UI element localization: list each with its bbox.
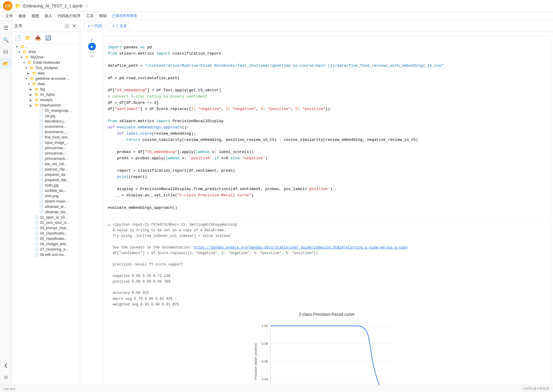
list-item[interactable]: 📄20_newsgroup... bbox=[12, 108, 80, 113]
sidebar-header: 文件 ⬜ ✕ bbox=[12, 20, 80, 32]
status-bar: edit and CSDN @小哥伯滨 bbox=[0, 385, 553, 392]
tree-item[interactable]: ▶📁zhaohuaxishi bbox=[12, 103, 80, 108]
menu-tools[interactable]: 工具 bbox=[84, 12, 96, 20]
list-item[interactable]: 📄07_clustering_a... bbox=[12, 247, 80, 252]
tree-item[interactable]: ▼📁drive bbox=[12, 49, 80, 55]
list-item[interactable]: 📄02_zero_shot_cl... bbox=[12, 220, 80, 225]
menu-file[interactable]: 文件 bbox=[3, 12, 15, 20]
notebook-cells-area: ✓ ▶ 4分 钟 import pandas as pd from sklear… bbox=[80, 32, 553, 385]
sidebar-title: 文件 bbox=[14, 23, 63, 29]
tree-item[interactable]: ▶📁data bbox=[12, 71, 80, 76]
nav-search-icon[interactable]: 🔍 bbox=[1, 34, 11, 45]
cell-body[interactable]: import pandas as pd from sklearn.metrics… bbox=[103, 36, 551, 385]
svg-text:1.00: 1.00 bbox=[262, 324, 268, 328]
doc-link[interactable]: https://pandas.pydata.org/pandas-docs/st… bbox=[194, 246, 408, 250]
tree-item[interactable]: ▼📁Colab Notebooks bbox=[12, 60, 80, 65]
tree-item[interactable]: ▶📁mr_fujino bbox=[12, 92, 80, 97]
svg-text:0.94: 0.94 bbox=[262, 377, 268, 381]
cell-check-icon: ✓ bbox=[90, 37, 94, 42]
exec-time-unit: 钟 bbox=[90, 55, 94, 58]
list-item[interactable]: 📄08 edit and mo... bbox=[12, 252, 80, 257]
code-cell: ✓ ▶ 4分 钟 import pandas as pd from sklear… bbox=[80, 34, 553, 385]
sidebar-expand-btn[interactable]: ⬜ bbox=[63, 23, 70, 30]
notebook-toolbar: + + 代码 + + 文本 bbox=[80, 20, 553, 32]
exec-time: 4分 钟 bbox=[90, 51, 94, 58]
sidebar-panel: 文件 ⬜ ✕ 📄 📁 📤 🔄 ▼📁.. ▼📁drive ▼📁MyDrive ▼ bbox=[12, 20, 80, 385]
exec-time-label: 4分 bbox=[90, 51, 94, 55]
drive-icon: 📁 bbox=[15, 3, 21, 9]
svg-text:Precision (label: positive): Precision (label: positive) bbox=[254, 343, 257, 380]
tree-item[interactable]: ▼📁.. bbox=[12, 44, 80, 49]
tree-item[interactable]: ▼📁geektime-ai-course-... bbox=[12, 76, 80, 81]
list-item[interactable]: 📄johncarmac... bbox=[12, 151, 80, 156]
list-item[interactable]: 📄podcast_clip... bbox=[12, 167, 80, 172]
tree-item[interactable]: ▼📁Test_zhuliyeer bbox=[12, 65, 80, 71]
list-item[interactable]: 📄05_classificatio... bbox=[12, 236, 80, 241]
add-text-btn[interactable]: + + 文本 bbox=[108, 22, 131, 31]
list-item[interactable]: 📄03_prompt_chat... bbox=[12, 225, 80, 231]
list-item[interactable]: 📄04_classificatio... bbox=[12, 231, 80, 236]
svg-text:0.98: 0.98 bbox=[262, 342, 268, 345]
list-item[interactable]: 📄01_open_ai_10... bbox=[12, 215, 80, 220]
notebook-title[interactable]: Embracing_AI_TEST_2_1.ipynb bbox=[23, 4, 83, 8]
new-file-btn[interactable]: 📄 bbox=[13, 33, 23, 43]
chart-area: 2-class Precision-Recall curve 1.00 0.98 bbox=[108, 311, 546, 385]
left-nav: ☰ 🔍 {x} 📂 ❮ ⊡ bbox=[0, 20, 12, 385]
colab-logo: CO bbox=[3, 1, 12, 11]
output-area: ⊙ <ipython-input-11-f67e972c98ec>:11: Se… bbox=[103, 219, 550, 385]
top-bar: CO 📁 Embracing_AI_TEST_2_1.ipynb ☆ bbox=[0, 0, 553, 12]
status-right: CSDN @小哥伯滨 bbox=[523, 386, 549, 391]
tree-item[interactable]: ▼📁MyDrive bbox=[12, 55, 80, 60]
sidebar-close-btn[interactable]: ✕ bbox=[70, 23, 77, 30]
menu-runtime[interactable]: 代码执行程序 bbox=[55, 12, 83, 20]
output-icon: ⊙ bbox=[108, 222, 110, 229]
sidebar-toolbar: 📄 📁 📤 🔄 bbox=[12, 32, 80, 44]
list-item[interactable]: 📄ecommerce_... bbox=[12, 129, 80, 135]
nav-menu-icon[interactable]: ☰ bbox=[1, 23, 11, 33]
list-item[interactable]: 📄low_res_cat... bbox=[12, 161, 80, 167]
output-icon-row: ⊙ <ipython-input-11-f67e972c98ec>:11: Se… bbox=[108, 222, 546, 307]
refresh-btn[interactable]: 🔄 bbox=[43, 33, 53, 43]
list-item[interactable]: 📄shirt.png bbox=[12, 193, 80, 199]
tree-item[interactable]: ▼📁data bbox=[12, 81, 80, 87]
plus-icon: + bbox=[88, 24, 90, 28]
list-item[interactable]: 📄input_image_... bbox=[12, 140, 80, 145]
list-item[interactable]: 📄cat.jpg bbox=[12, 113, 80, 119]
menu-edit[interactable]: 修改 bbox=[16, 12, 28, 20]
list-item[interactable]: 📄prepared_da... bbox=[12, 172, 80, 177]
cell-gutter: ✓ ▶ 4分 钟 bbox=[83, 36, 102, 385]
nav-folder-icon[interactable]: 📂 bbox=[1, 58, 11, 69]
saved-status: 已保存所有更改 bbox=[112, 13, 137, 18]
list-item[interactable]: 📄sketch-moun... bbox=[12, 199, 80, 204]
menu-view[interactable]: 视图 bbox=[29, 12, 42, 20]
main-content: + + 代码 + + 文本 ✓ ▶ 4分 钟 bbox=[80, 20, 553, 385]
tree-item[interactable]: ▶📁receipts bbox=[12, 97, 80, 103]
file-tree: ▼📁.. ▼📁drive ▼📁MyDrive ▼📁Colab Notebooks… bbox=[12, 44, 80, 385]
list-item[interactable]: 📄prepared_dat... bbox=[12, 177, 80, 183]
list-item[interactable]: 📄rodin.jpg bbox=[12, 183, 80, 188]
list-item[interactable]: 📄scribble_do... bbox=[12, 188, 80, 193]
list-item[interactable]: 📄johncarmack... bbox=[12, 156, 80, 161]
svg-text:0.96: 0.96 bbox=[262, 360, 268, 363]
star-icon[interactable]: ☆ bbox=[85, 3, 89, 9]
new-folder-btn[interactable]: 📁 bbox=[23, 33, 33, 43]
run-button[interactable]: ▶ bbox=[88, 43, 96, 50]
list-item[interactable]: 📄ultraman_st... bbox=[12, 204, 80, 209]
tree-item[interactable]: ▶📁faq bbox=[12, 87, 80, 92]
list-item[interactable]: 📄ecommerce... bbox=[12, 124, 80, 129]
list-item[interactable]: 📄fine_food_revi... bbox=[12, 135, 80, 140]
nav-code-icon[interactable]: {x} bbox=[1, 46, 11, 57]
code-content[interactable]: import pandas as pd from sklearn.metrics… bbox=[103, 36, 550, 219]
upload-btn[interactable]: 📤 bbox=[33, 33, 43, 43]
menu-help[interactable]: 帮助 bbox=[97, 12, 109, 20]
list-item[interactable]: 📄ultraman_sto... bbox=[12, 209, 80, 215]
precision-recall-chart: 1.00 0.98 0.96 0.94 bbox=[253, 320, 401, 385]
chart-title: 2-class Precision-Recall curve bbox=[114, 311, 540, 318]
nav-bottom-icon[interactable]: ⊡ bbox=[1, 372, 11, 383]
list-item[interactable]: 📄johncarmac... bbox=[12, 145, 80, 151]
nav-expand-icon[interactable]: ❮ bbox=[1, 360, 11, 371]
add-code-btn[interactable]: + + 代码 bbox=[84, 22, 106, 31]
list-item[interactable]: 📄discobolos.j... bbox=[12, 119, 80, 124]
menu-insert[interactable]: 插入 bbox=[42, 12, 55, 20]
list-item[interactable]: 📄06_chatgpt_and... bbox=[12, 241, 80, 247]
